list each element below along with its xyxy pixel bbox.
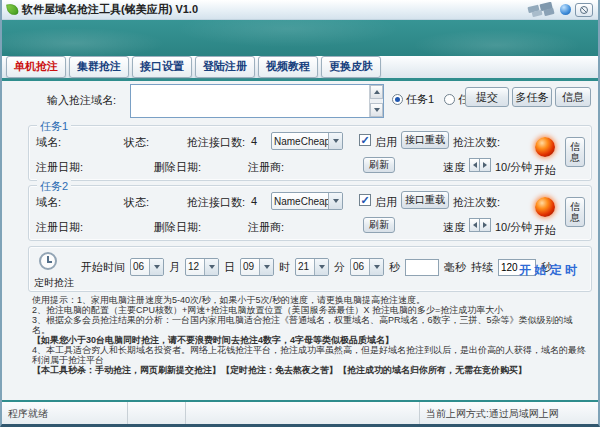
windows-flag-icon xyxy=(526,2,556,17)
domain-input-wrap xyxy=(130,84,384,118)
instruction-line: 使用提示：1、家用电脑注册速度为5-40次/秒，如果小于5次/秒的速度，请更换电… xyxy=(32,295,590,305)
task1-speed-value: 10/分钟 xyxy=(495,160,532,175)
task1-status-label: 状态: xyxy=(124,135,149,150)
timer-row: 开始时间 06 月 12 日 09 时 21 分 06 秒 毫秒 持续 秒 xyxy=(81,258,552,276)
timer-hour-arrow-icon xyxy=(259,259,273,275)
timer-day-select[interactable]: 12 xyxy=(185,258,219,276)
task1-regdate-label: 注册日期: xyxy=(36,160,83,175)
task1-enable-label: 启用 xyxy=(375,135,397,150)
status-dot-icon xyxy=(560,4,571,15)
tab-strip: 单机抢注 集群抢注 接口设置 登陆注册 视频教程 更换皮肤 xyxy=(2,56,598,81)
submit-button[interactable]: 提交 xyxy=(465,87,509,107)
task1-interface-select[interactable]: NameCheap(启用 xyxy=(271,132,343,150)
task1-caption: 任务1 xyxy=(37,119,71,134)
timer-millisecond-unit: 毫秒 xyxy=(444,260,466,275)
app-leaf-icon xyxy=(6,3,18,15)
task2-refresh-button[interactable]: 刷新 xyxy=(363,217,395,233)
status-network-text: 当前上网方式:通过局域网上网 xyxy=(420,402,598,424)
timer-month-select[interactable]: 06 xyxy=(130,258,164,276)
task1-speed-spinner[interactable] xyxy=(469,158,491,172)
timer-month-arrow-icon xyxy=(149,259,163,275)
multitask-button[interactable]: 多任务 xyxy=(512,87,552,107)
task1-reload-button[interactable]: 接口重载 xyxy=(401,131,449,149)
timer-second-value: 06 xyxy=(351,259,369,275)
info-button[interactable]: 信息 xyxy=(555,87,591,107)
tab-video-tutorial[interactable]: 视频教程 xyxy=(258,56,318,78)
task2-info-button[interactable]: 信息 xyxy=(565,197,585,227)
instruction-line: 【如果您小于30台电脑同时抢注，请不要浪费时间去抢注4数字，4字母等类似极品质域… xyxy=(32,335,590,345)
task2-enable-label: 启用 xyxy=(375,195,397,210)
timer-day-value: 12 xyxy=(186,259,204,275)
status-cell-empty2 xyxy=(186,402,420,424)
timer-month-value: 06 xyxy=(131,259,149,275)
task2-speed-value: 10/分钟 xyxy=(495,220,532,235)
timer-duration-label: 持续 xyxy=(471,260,493,275)
task1-spin-left-icon[interactable] xyxy=(469,158,480,172)
task1-enable-checkbox[interactable]: ✓ xyxy=(359,134,371,146)
task1-speed-label: 速度 xyxy=(443,160,465,175)
instruction-line: 【本工具秒杀：手动抢注，网页刷新提交抢注】【定时抢注：免去熬夜之苦】【抢注成功的… xyxy=(32,365,590,375)
task2-caption: 任务2 xyxy=(37,179,71,194)
task2-interface-select[interactable]: NameCheap(启用 xyxy=(271,192,343,210)
radio-task1[interactable]: 任务1 xyxy=(392,92,434,107)
app-window: 软件屋域名抢注工具(铭美应用) V1.0 单机抢注 集群抢注 接口设置 登陆注册… xyxy=(0,0,600,427)
domain-input-label: 输入抢注域名: xyxy=(47,93,116,108)
task2-spin-left-icon[interactable] xyxy=(469,218,480,232)
task2-deldate-label: 删除日期: xyxy=(154,220,201,235)
close-icon xyxy=(580,6,588,14)
timer-day-arrow-icon xyxy=(204,259,218,275)
instruction-line: 2、抢注电脑的配置（主要CPU核数）+网速+抢注电脑放置位置（美国服务器最佳）X… xyxy=(32,305,590,315)
task2-spin-right-icon[interactable] xyxy=(480,218,491,232)
status-bar: 程序就绪 当前上网方式:通过局域网上网 xyxy=(2,400,598,424)
task2-domain-label: 域名: xyxy=(36,195,61,210)
timer-millisecond-input[interactable] xyxy=(405,259,439,276)
task1-spin-right-icon[interactable] xyxy=(480,158,491,172)
task2-interface-dropdown-arrow-icon xyxy=(328,193,342,209)
timer-day-unit: 日 xyxy=(224,260,235,275)
task1-start-button[interactable] xyxy=(535,137,555,157)
timer-minute-unit: 分 xyxy=(334,260,345,275)
task1-domain-label: 域名: xyxy=(36,135,61,150)
scroll-down-button[interactable] xyxy=(370,103,383,117)
task2-speed-spinner[interactable] xyxy=(469,218,491,232)
timer-start-label: 开始时间 xyxy=(81,260,125,275)
timer-hour-value: 09 xyxy=(241,259,259,275)
task2-regdate-label: 注册日期: xyxy=(36,220,83,235)
scroll-up-button[interactable] xyxy=(370,85,383,99)
task1-registrar-label: 注册商: xyxy=(248,160,284,175)
tab-single-grab[interactable]: 单机抢注 xyxy=(6,56,66,78)
domain-input-scrollbar[interactable] xyxy=(369,85,383,117)
main-content: 输入抢注域名: 任务1 任务2 提交 多任务 信息 任务1 域名: 状态: xyxy=(2,81,598,400)
domain-input[interactable] xyxy=(131,85,369,117)
radio-task2-dot-icon xyxy=(444,94,455,105)
task1-deldate-label: 删除日期: xyxy=(154,160,201,175)
title-bar: 软件屋域名抢注工具(铭美应用) V1.0 xyxy=(2,0,598,20)
task2-interface-value: NameCheap(启用 xyxy=(272,193,328,209)
scroll-down-arrow-icon xyxy=(374,108,380,112)
start-timer-link[interactable]: 开 始 定 时 xyxy=(519,262,577,279)
task1-refresh-button[interactable]: 刷新 xyxy=(363,157,395,173)
scroll-up-arrow-icon xyxy=(374,90,380,94)
status-ready-text: 程序就绪 xyxy=(2,402,128,424)
tab-change-skin[interactable]: 更换皮肤 xyxy=(321,56,381,78)
task2-reload-button[interactable]: 接口重载 xyxy=(401,191,449,209)
instruction-line: 4、本工具适合穷人和长期域名投资者。网络上花钱抢注平台，抢注成功率虽然高，但是好… xyxy=(32,345,590,365)
window-title: 软件屋域名抢注工具(铭美应用) V1.0 xyxy=(22,2,198,17)
task1-start-label: 开始 xyxy=(529,163,561,178)
timer-hour-select[interactable]: 09 xyxy=(240,258,274,276)
close-button[interactable] xyxy=(575,3,593,17)
timer-second-select[interactable]: 06 xyxy=(350,258,384,276)
task1-port-label: 抢注接口数: xyxy=(187,135,245,150)
timer-minute-select[interactable]: 21 xyxy=(295,258,329,276)
tab-login-register[interactable]: 登陆注册 xyxy=(195,56,255,78)
task2-enable-checkbox[interactable]: ✓ xyxy=(359,194,371,206)
task1-info-button[interactable]: 信息 xyxy=(565,137,585,167)
timer-caption: 定时抢注 xyxy=(31,276,77,290)
task2-start-button[interactable] xyxy=(535,197,555,217)
header-banner xyxy=(2,20,598,56)
tab-interface-settings[interactable]: 接口设置 xyxy=(132,56,192,78)
task1-interface-value: NameCheap(启用 xyxy=(272,133,328,149)
timer-hour-unit: 时 xyxy=(279,260,290,275)
tab-cluster-grab[interactable]: 集群抢注 xyxy=(69,56,129,78)
task2-speed-label: 速度 xyxy=(443,220,465,235)
